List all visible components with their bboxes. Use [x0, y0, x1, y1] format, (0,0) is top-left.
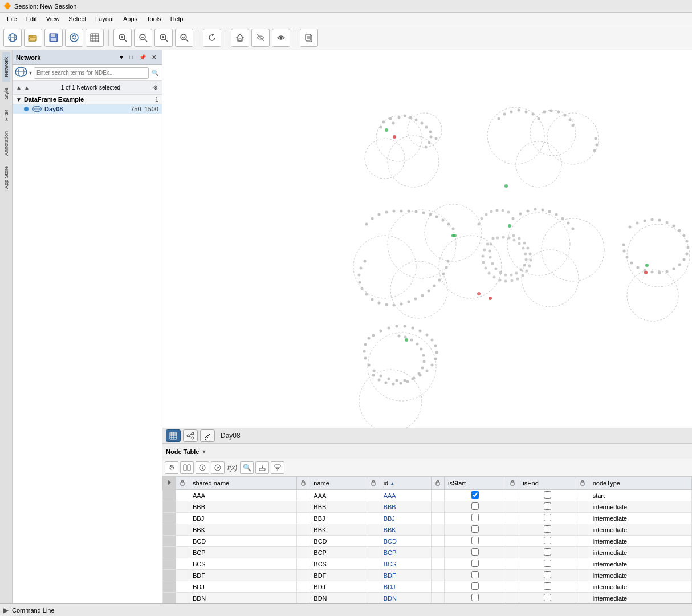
checkbox-isend[interactable]: [544, 537, 551, 544]
col-header-id[interactable]: id ▲: [380, 477, 431, 490]
col-header-shared-name[interactable]: shared name: [189, 477, 297, 490]
checkbox-isstart[interactable]: [471, 571, 479, 578]
cell-isend[interactable]: [519, 524, 576, 536]
search-button[interactable]: 🔍: [150, 68, 160, 78]
table-settings-button[interactable]: ⚙: [165, 461, 178, 474]
refresh-button[interactable]: [203, 29, 221, 47]
checkbox-isstart[interactable]: [471, 537, 479, 544]
cell-isstart[interactable]: [444, 547, 506, 558]
table-type-dropdown[interactable]: ▼: [201, 449, 206, 455]
checkbox-isend[interactable]: [544, 571, 551, 578]
cell-isend[interactable]: [519, 570, 576, 581]
table-row[interactable]: BCDBCDBCDintermediate: [163, 536, 692, 547]
checkbox-isend[interactable]: [544, 525, 551, 533]
table-row[interactable]: BBBBBBBBBintermediate: [163, 501, 692, 513]
menu-edit[interactable]: Edit: [22, 14, 42, 23]
network-canvas[interactable]: [162, 50, 692, 428]
cell-isend[interactable]: [519, 501, 576, 513]
col-header-nodetype[interactable]: nodeType: [589, 477, 691, 490]
cell-isstart[interactable]: [444, 524, 506, 536]
table-row[interactable]: BBJBBJBBJintermediate: [163, 513, 692, 524]
menu-layout[interactable]: Layout: [91, 14, 119, 23]
checkbox-isstart[interactable]: [471, 525, 479, 533]
menu-apps[interactable]: Apps: [119, 14, 142, 23]
cell-isend[interactable]: [519, 558, 576, 570]
collapse-all-button[interactable]: ▲: [15, 84, 23, 91]
table-row[interactable]: BDFBDFBDFintermediate: [163, 570, 692, 581]
cell-isstart[interactable]: [444, 593, 506, 604]
checkbox-isend[interactable]: [544, 582, 551, 590]
checkbox-isstart[interactable]: [471, 514, 479, 521]
menu-help[interactable]: Help: [166, 14, 188, 23]
panel-dropdown-arrow[interactable]: ▼: [119, 54, 124, 60]
checkbox-isend[interactable]: [544, 560, 551, 567]
search-table-button[interactable]: 🔍: [240, 461, 254, 474]
col-header-isend[interactable]: isEnd: [519, 477, 576, 490]
menu-tools[interactable]: Tools: [142, 14, 166, 23]
checkbox-isend[interactable]: [544, 502, 551, 510]
menu-select[interactable]: Select: [64, 14, 91, 23]
export-rows-button[interactable]: [271, 461, 284, 474]
table-row[interactable]: BDNBDNBDNintermediate: [163, 593, 692, 604]
cell-isend[interactable]: [519, 490, 576, 501]
table-button[interactable]: [86, 29, 104, 47]
table-columns-button[interactable]: [180, 461, 194, 474]
pin-icon[interactable]: 📌: [138, 53, 147, 62]
checkbox-isend[interactable]: [544, 491, 551, 499]
menu-view[interactable]: View: [42, 14, 64, 23]
network-button[interactable]: [3, 29, 22, 47]
close-panel-icon[interactable]: ✕: [149, 53, 158, 62]
maximize-icon[interactable]: □: [127, 53, 136, 62]
col-header-name[interactable]: name: [310, 477, 367, 490]
import-table-button[interactable]: [196, 461, 209, 474]
eye-open-button[interactable]: [272, 29, 290, 47]
zoom-out-button[interactable]: [134, 29, 152, 47]
edit-button[interactable]: [200, 429, 215, 442]
import-button[interactable]: [65, 29, 83, 47]
open-button[interactable]: [24, 29, 42, 47]
table-row[interactable]: BDJBDJBDJintermediate: [163, 581, 692, 593]
checkbox-isstart[interactable]: [471, 594, 479, 601]
checkbox-isend[interactable]: [544, 548, 551, 556]
table-view-button[interactable]: [166, 429, 181, 442]
zoom-fit-button[interactable]: [154, 29, 173, 47]
cell-isend[interactable]: [519, 536, 576, 547]
data-table[interactable]: shared name name: [162, 476, 692, 603]
tree-group-dataframe[interactable]: ▼ DataFrame Example 1: [13, 95, 162, 104]
checkbox-isstart[interactable]: [471, 491, 479, 499]
cell-isend[interactable]: [519, 547, 576, 558]
import-rows-button[interactable]: [255, 461, 269, 474]
checkbox-isend[interactable]: [544, 594, 551, 601]
cell-isstart[interactable]: [444, 501, 506, 513]
search-input[interactable]: [34, 67, 149, 79]
tab-network[interactable]: Network: [2, 52, 10, 82]
checkbox-isend[interactable]: [544, 514, 551, 521]
cell-isstart[interactable]: [444, 536, 506, 547]
checkbox-isstart[interactable]: [471, 582, 479, 590]
table-row[interactable]: BBKBBKBBKintermediate: [163, 524, 692, 536]
share-button[interactable]: [183, 429, 198, 442]
save-button[interactable]: [44, 29, 63, 47]
export-table-button[interactable]: [211, 461, 225, 474]
table-row[interactable]: AAAAAAAAAstart: [163, 490, 692, 501]
tab-annotation[interactable]: Annotation: [2, 127, 10, 160]
tab-appstore[interactable]: App Store: [2, 161, 10, 193]
cell-isstart[interactable]: [444, 490, 506, 501]
cell-isend[interactable]: [519, 581, 576, 593]
zoom-select-button[interactable]: [175, 29, 193, 47]
expand-selection-button[interactable]: ▲: [23, 84, 31, 91]
cell-isend[interactable]: [519, 513, 576, 524]
cell-isstart[interactable]: [444, 558, 506, 570]
checkbox-isstart[interactable]: [471, 548, 479, 556]
copy-button[interactable]: [300, 29, 318, 47]
checkbox-isstart[interactable]: [471, 502, 479, 510]
menu-file[interactable]: File: [2, 14, 22, 23]
table-row[interactable]: BCPBCPBCPintermediate: [163, 547, 692, 558]
cell-isstart[interactable]: [444, 513, 506, 524]
tab-style[interactable]: Style: [2, 83, 10, 104]
col-header-isstart[interactable]: isStart: [444, 477, 506, 490]
zoom-in-button[interactable]: [113, 29, 132, 47]
table-row[interactable]: BCSBCSBCSintermediate: [163, 558, 692, 570]
eye-closed-button[interactable]: [251, 29, 270, 47]
home-button[interactable]: [231, 29, 249, 47]
